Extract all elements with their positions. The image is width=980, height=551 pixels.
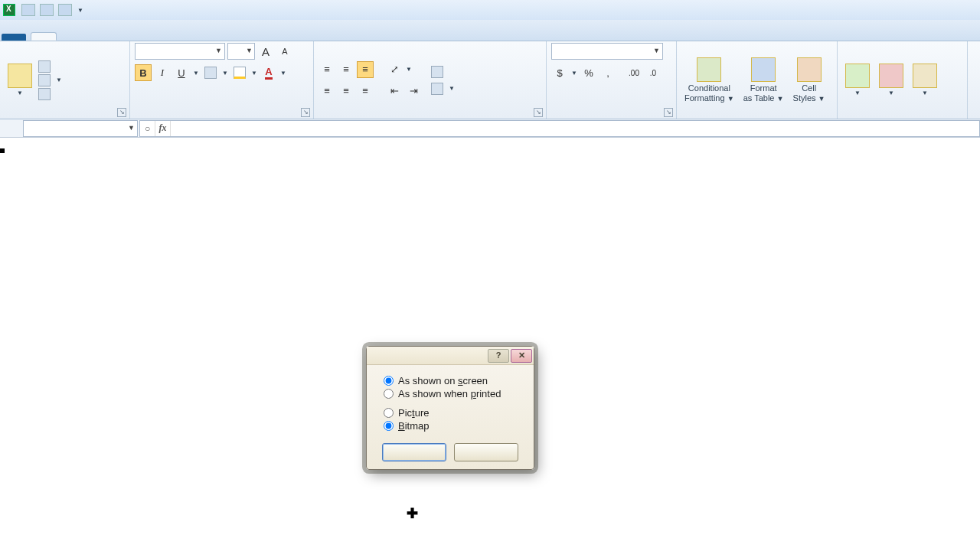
cell-styles-label: CellStyles ▼ [793,83,825,102]
increase-indent-button[interactable]: ⇥ [405,83,422,99]
delete-icon [879,64,903,88]
radio-as-shown-printed[interactable]: As shown when printed [376,387,524,400]
fill-dropdown-icon[interactable]: ▼ [250,70,258,77]
tab-home[interactable] [31,32,57,41]
grow-font-button[interactable]: A [257,43,274,60]
clipboard-launcher-icon[interactable]: ↘ [117,108,126,117]
ok-button[interactable] [382,443,446,461]
fx-icon[interactable]: fx [155,121,171,136]
borders-dropdown-icon[interactable]: ▼ [221,70,229,77]
cell-styles-button[interactable]: CellStyles ▼ [790,56,828,103]
cond-fmt-icon [697,57,721,82]
percent-button[interactable]: % [580,64,597,81]
group-styles: ConditionalFormatting ▼ Formatas Table ▼… [677,41,838,119]
tab-view[interactable] [179,34,204,41]
font-name-combo[interactable]: ▼ [135,43,225,60]
align-left-button[interactable]: ≡ [318,83,335,99]
radio-picture[interactable]: Picture [376,406,524,419]
ribbon: ▼ ▼ ↘ ▼ ▼ A A B I U ▼ ▼ ▼ [0,41,980,119]
table-icon [751,57,776,82]
align-middle-button[interactable]: ≡ [338,61,354,78]
decrease-decimal-button[interactable]: .0 [645,64,662,81]
chevron-down-icon: ▼ [246,47,253,54]
chevron-down-icon: ▼ [215,47,222,54]
qat-undo-icon[interactable] [40,4,54,16]
font-size-combo[interactable]: ▼ [227,43,255,60]
qat-redo-icon[interactable] [58,4,72,16]
increase-decimal-button[interactable]: .00 [626,64,642,81]
radio-picture-input[interactable] [384,408,394,418]
underline-button[interactable]: U [173,64,190,81]
paste-icon [8,64,32,88]
tab-file[interactable] [2,34,26,41]
radio-bitmap-input[interactable] [384,421,394,431]
underline-dropdown-icon[interactable]: ▼ [192,70,200,77]
decrease-indent-button[interactable]: ⇤ [386,83,403,99]
scissors-icon [38,60,51,73]
border-icon [204,67,217,79]
cond-fmt-label: ConditionalFormatting ▼ [684,83,734,102]
italic-button[interactable]: I [154,64,171,81]
tab-page-layout[interactable] [81,34,106,41]
fill-color-button[interactable] [231,64,248,81]
format-icon [913,64,937,88]
merge-dropdown-icon[interactable]: ▼ [448,85,456,92]
paintbrush-icon [38,88,51,100]
font-color-icon: A [265,66,272,80]
accounting-dropdown-icon[interactable]: ▼ [570,70,578,77]
borders-button[interactable] [202,64,219,81]
copy-dropdown-icon[interactable]: ▼ [55,77,63,83]
align-top-button[interactable]: ≡ [318,61,335,78]
radio-as-shown-screen[interactable]: As shown on screen [376,374,524,387]
align-center-button[interactable]: ≡ [338,83,354,99]
format-cells-button[interactable]: ▼ [910,62,940,98]
insert-cells-button[interactable]: ▼ [842,62,873,98]
format-group: Picture Bitmap [376,406,524,432]
tab-insert[interactable] [57,34,81,41]
group-cells: ▼ ▼ ▼ [838,41,968,119]
format-painter-button[interactable] [38,88,63,100]
orientation-button[interactable]: ⤢ [386,61,403,78]
cut-button[interactable] [38,60,63,73]
radio-bitmap[interactable]: Bitmap [376,419,524,432]
selection-border [0,148,5,153]
paste-dropdown-icon[interactable]: ▼ [16,90,24,96]
accounting-format-button[interactable]: $ [551,64,568,81]
qat-save-icon[interactable] [21,4,35,16]
tab-data[interactable] [130,34,155,41]
dialog-titlebar[interactable]: ? ✕ [367,347,534,365]
cancel-formula-button[interactable]: ○ [140,121,155,136]
dialog-close-button[interactable]: ✕ [511,349,532,363]
align-bottom-button[interactable]: ≡ [357,61,374,78]
radio-printed-input[interactable] [384,389,394,399]
paste-button[interactable]: ▼ [5,62,35,98]
bold-button[interactable]: B [135,64,152,81]
alignment-launcher-icon[interactable]: ↘ [534,108,543,117]
name-box[interactable]: ▼ [23,120,138,137]
cancel-button[interactable] [454,443,518,461]
wrap-text-icon [431,66,443,78]
format-as-table-button[interactable]: Formatas Table ▼ [740,56,787,103]
orientation-dropdown-icon[interactable]: ▼ [405,66,413,73]
conditional-formatting-button[interactable]: ConditionalFormatting ▼ [681,56,737,103]
shrink-font-button[interactable]: A [276,43,293,60]
number-launcher-icon[interactable]: ↘ [664,108,673,117]
dialog-help-button[interactable]: ? [488,349,509,363]
qat-customize-icon[interactable]: ▼ [77,7,84,14]
delete-cells-button[interactable]: ▼ [876,62,906,98]
number-format-combo[interactable]: ▼ [551,43,663,60]
merge-center-button[interactable]: ▼ [431,83,456,95]
radio-screen-input[interactable] [384,376,394,386]
tab-formulas[interactable] [106,34,130,41]
font-launcher-icon[interactable]: ↘ [301,108,310,117]
font-color-button[interactable]: A [260,64,277,81]
align-right-button[interactable]: ≡ [357,83,374,99]
merge-icon [431,83,443,95]
wrap-text-button[interactable] [431,66,456,78]
comma-button[interactable]: , [599,64,616,81]
title-bar: ▼ [0,0,980,20]
font-color-dropdown-icon[interactable]: ▼ [279,70,287,77]
group-clipboard: ▼ ▼ ↘ [0,41,130,119]
tab-review[interactable] [155,34,179,41]
copy-button[interactable]: ▼ [38,74,63,86]
